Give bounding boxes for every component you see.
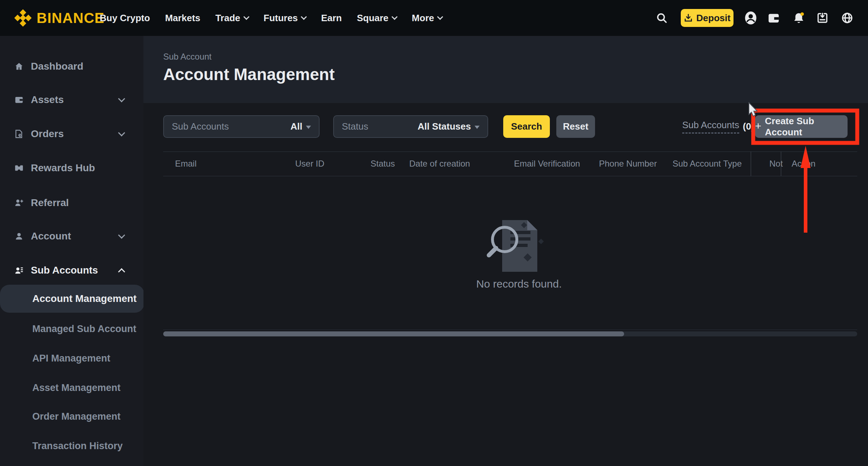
- chevron-down-icon: [118, 95, 125, 102]
- no-records-icon: [482, 217, 554, 275]
- sub-accounts-count-value: (0): [743, 121, 754, 132]
- sidebar-subitem-asset-management[interactable]: Asset Management: [0, 379, 143, 397]
- table-top-border: [163, 152, 857, 152]
- sidebar-item-orders[interactable]: Orders: [0, 124, 143, 144]
- sidebar-item-sub-accounts[interactable]: Sub Accounts: [0, 260, 143, 280]
- home-icon: [14, 62, 24, 71]
- plus-icon: +: [755, 120, 761, 132]
- wallet-card-icon[interactable]: [767, 11, 780, 25]
- sub-accounts-count-link[interactable]: Sub Accounts: [682, 120, 739, 134]
- notification-dot: [801, 12, 804, 16]
- sidebar-item-referral[interactable]: Referral: [0, 193, 143, 213]
- column-divider: [751, 152, 751, 176]
- sub-accounts-filter-dropdown[interactable]: Sub Accounts All: [163, 115, 320, 138]
- sub-accounts-count: Sub Accounts (0): [682, 115, 754, 138]
- people-list-icon: [14, 266, 24, 275]
- no-records-text: No records found.: [447, 278, 591, 290]
- sidebar-item-account[interactable]: Account: [0, 226, 143, 246]
- sidebar-item-dashboard[interactable]: Dashboard: [0, 56, 143, 76]
- sidebar-item-rewards-hub[interactable]: Rewards Hub: [0, 158, 143, 178]
- chevron-up-icon: [118, 268, 125, 275]
- deposit-button[interactable]: Deposit: [681, 9, 733, 27]
- caret-down-icon: [306, 126, 311, 129]
- table-bottom-border: [163, 330, 857, 330]
- caret-down-icon: [475, 126, 480, 129]
- column-header-phone-number: Phone Number: [599, 152, 657, 176]
- breadcrumb[interactable]: Sub Account: [163, 52, 212, 62]
- top-navigation-bar: BINANCE Buy Crypto Markets Trade Futures…: [0, 0, 868, 36]
- sidebar: Dashboard Assets Orders Rewar: [0, 36, 143, 466]
- page-title: Account Management: [163, 65, 335, 84]
- reset-button[interactable]: Reset: [556, 115, 595, 138]
- chevron-down-icon: [301, 14, 307, 20]
- column-header-date-of-creation: Date of creation: [409, 152, 470, 176]
- chevron-down-icon: [118, 232, 125, 239]
- nav-item-square[interactable]: Square: [357, 13, 397, 24]
- nav-item-trade[interactable]: Trade: [215, 13, 248, 24]
- create-sub-account-button[interactable]: + Create Sub Account: [755, 115, 848, 138]
- user-profile-icon[interactable]: [744, 11, 758, 25]
- nav-item-more[interactable]: More: [412, 13, 442, 24]
- search-button[interactable]: Search: [503, 115, 550, 138]
- sidebar-subitem-api-management[interactable]: API Management: [0, 349, 143, 367]
- chevron-down-icon: [243, 14, 249, 20]
- column-header-email: Email: [175, 152, 197, 176]
- column-header-status: Status: [371, 152, 395, 176]
- wallet-icon: [14, 95, 24, 104]
- sidebar-subitem-order-management[interactable]: Order Management: [0, 407, 143, 425]
- search-icon[interactable]: [655, 11, 669, 25]
- nav-item-earn[interactable]: Earn: [321, 13, 342, 24]
- sidebar-subitem-managed-sub-account[interactable]: Managed Sub Account: [0, 320, 143, 338]
- pinned-column-divider: [781, 152, 781, 176]
- column-header-email-verification: Email Verification: [514, 152, 580, 176]
- column-header-user-id: User ID: [295, 152, 324, 176]
- main-content: Sub Account Account Management Sub Accou…: [143, 36, 868, 466]
- chevron-down-icon: [437, 14, 443, 20]
- download-icon: [684, 13, 693, 23]
- sidebar-subitem-transaction-history[interactable]: Transaction History: [0, 437, 143, 455]
- nav-item-buy-crypto[interactable]: Buy Crypto: [100, 13, 150, 24]
- ticket-icon: [14, 163, 24, 173]
- person-plus-icon: [14, 198, 24, 208]
- horizontal-scrollbar-thumb[interactable]: [163, 331, 624, 336]
- binance-logo[interactable]: BINANCE: [14, 0, 104, 36]
- person-icon: [14, 232, 24, 241]
- main-menu: Buy Crypto Markets Trade Futures Earn Sq…: [100, 0, 442, 36]
- column-header-sub-account-type: Sub Account Type: [673, 152, 742, 176]
- deposit-tray-icon[interactable]: [816, 11, 829, 25]
- horizontal-scrollbar-track[interactable]: [163, 331, 857, 336]
- chevron-down-icon: [118, 129, 125, 136]
- nav-item-markets[interactable]: Markets: [165, 13, 200, 24]
- binance-logo-icon: [14, 9, 32, 27]
- sidebar-item-assets[interactable]: Assets: [0, 90, 143, 110]
- nav-item-futures[interactable]: Futures: [264, 13, 306, 24]
- chevron-down-icon: [392, 14, 398, 20]
- sidebar-subitem-account-management[interactable]: Account Management: [0, 285, 144, 313]
- language-globe-icon[interactable]: [840, 11, 854, 25]
- status-filter-dropdown[interactable]: Status All Statuses: [333, 115, 488, 138]
- binance-wordmark: BINANCE: [37, 10, 104, 26]
- notification-bell-icon[interactable]: [792, 11, 806, 25]
- order-document-icon: [14, 129, 24, 139]
- table-header-bottom-border: [163, 176, 857, 176]
- column-header-action: Action: [792, 152, 816, 176]
